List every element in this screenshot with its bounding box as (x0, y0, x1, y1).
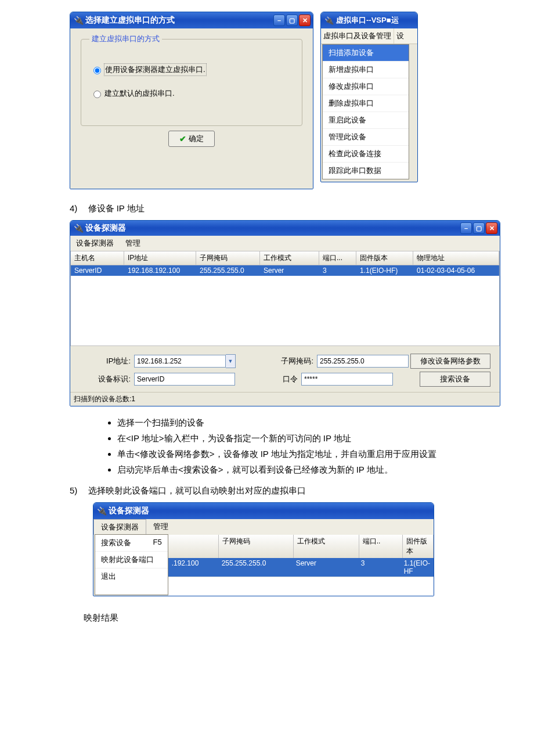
deviceid-input[interactable] (134, 373, 235, 386)
mask-input[interactable] (317, 355, 409, 368)
menu-bar: 虚拟串口及设备管理 设 (321, 28, 417, 44)
dropdown-menu: 搜索设备 F5 映射此设备端口 退出 (95, 534, 168, 595)
radio-use-detector[interactable]: 使用设备探测器建立虚拟串口. (91, 64, 294, 75)
window-title: 设备探测器 (85, 223, 460, 233)
col-ip[interactable]: IP地址 (124, 251, 196, 265)
titlebar[interactable]: 🔌 设备探测器 (93, 503, 434, 519)
cell-mask: 255.255.255.0 (218, 558, 293, 577)
status-bar: 扫描到的设备总数:1 (70, 392, 500, 406)
titlebar[interactable]: 🔌 虚拟串口--VSP■运 (321, 12, 417, 28)
group-label: 建立虚拟串口的方式 (89, 34, 162, 44)
col-mac[interactable]: 物理地址 (413, 251, 499, 265)
menu-item-restart[interactable]: 重启此设备 (323, 112, 409, 129)
col-hostname[interactable]: 主机名 (71, 251, 124, 265)
radio-use-detector-input[interactable] (93, 67, 101, 74)
maximize-button[interactable]: ▢ (473, 222, 485, 234)
minimize-button[interactable]: – (460, 222, 472, 234)
col-ip-partial[interactable] (168, 535, 219, 558)
menu-item-manage[interactable]: 管理此设备 (323, 129, 409, 146)
ok-button-label: 确定 (189, 134, 204, 144)
menu-item-trace[interactable]: 跟踪此串口数据 (323, 163, 409, 179)
cell-firmware: 1.1(EIO-HF (400, 558, 434, 577)
app-icon: 🔌 (324, 16, 334, 25)
modify-network-button[interactable]: 修改设备网络参数 (410, 354, 490, 369)
cell-ip: .192.100 (168, 558, 218, 577)
menu-item-check[interactable]: 检查此设备连接 (323, 146, 409, 163)
menu-manage[interactable]: 管理 (146, 519, 175, 535)
app-icon: 🔌 (74, 224, 83, 233)
step5-index: 5) (70, 485, 77, 495)
col-port[interactable]: 端口.. (359, 535, 403, 558)
label-password: 口令 (269, 374, 298, 384)
dialog-device-detector-small: 🔌 设备探测器 设备探测器 管理 搜索设备 F5 映射此设备端口 退出 (93, 502, 434, 596)
col-mode[interactable]: 工作模式 (260, 251, 319, 265)
menu-main[interactable]: 虚拟串口及设备管理 (321, 28, 394, 44)
dialog-device-detector: 🔌 设备探测器 – ▢ ✕ 设备探测器 管理 主机名 IP地址 子网掩码 工作模… (70, 220, 500, 406)
radio-default-input[interactable] (93, 91, 101, 98)
col-firmware[interactable]: 固件版本 (356, 251, 413, 265)
instruction-list: 选择一个扫描到的设备 在<IP 地址>输入栏中，为设备指定一个新的可访问的 IP… (77, 415, 511, 477)
menu-item-map-port[interactable]: 映射此设备端口 (95, 552, 168, 568)
form-area: IP地址: ▼ 子网掩码: 修改设备网络参数 设备标识: 口令 搜索设备 (70, 346, 500, 392)
menu-item-add[interactable]: 新增虚拟串口 (323, 62, 409, 78)
step5-text: 选择映射此设备端口，就可以自动映射出对应的虚拟串口 (88, 485, 306, 495)
menu-item-delete[interactable]: 删除虚拟串口 (323, 95, 409, 112)
menu-detector[interactable]: 设备探测器 (70, 236, 120, 251)
menu-item-accel: F5 (153, 538, 161, 548)
label-ip: IP地址: (75, 356, 131, 366)
list-item: 单击<修改设备网络参数>，设备修改 IP 地址为指定地址，并自动重启用于应用设置 (117, 446, 511, 462)
col-port[interactable]: 端口... (319, 251, 356, 265)
col-mode[interactable]: 工作模式 (294, 535, 359, 558)
table-header: 子网掩码 工作模式 端口.. 固件版本 (168, 535, 434, 558)
dropdown-menu: 扫描添加设备 新增虚拟串口 修改虚拟串口 删除虚拟串口 重启此设备 管理此设备 … (322, 44, 409, 179)
close-button[interactable]: ✕ (299, 15, 311, 26)
radio-default[interactable]: 建立默认的虚拟串口. (91, 88, 294, 99)
menu-item-search[interactable]: 搜索设备 F5 (95, 535, 168, 552)
menu-manage[interactable]: 管理 (120, 236, 146, 251)
cell-ip: 192.168.192.100 (124, 265, 196, 276)
password-input[interactable] (301, 373, 393, 386)
cell-mode: Server (293, 558, 358, 577)
dialog-vsp-menu: 🔌 虚拟串口--VSP■运 虚拟串口及设备管理 设 扫描添加设备 新增虚拟串口 … (320, 12, 418, 182)
ip-input[interactable] (134, 355, 226, 368)
maximize-button[interactable]: ▢ (286, 15, 298, 26)
search-device-button[interactable]: 搜索设备 (420, 372, 490, 387)
label-mask: 子网掩码: (258, 356, 313, 366)
menu-detector[interactable]: 设备探测器 (93, 519, 146, 535)
col-mask[interactable]: 子网掩码 (219, 535, 294, 558)
menu-bar: 设备探测器 管理 (70, 236, 500, 251)
step4-index: 4) (70, 203, 77, 213)
titlebar[interactable]: 🔌 设备探测器 – ▢ ✕ (70, 221, 500, 236)
ok-button[interactable]: ✔ 确定 (168, 131, 215, 147)
table-blank (168, 577, 434, 596)
menu-right[interactable]: 设 (394, 28, 406, 44)
window-title: 虚拟串口--VSP■运 (336, 15, 415, 26)
menu-item-modify[interactable]: 修改虚拟串口 (323, 78, 409, 95)
step4-text: 修设备 IP 地址 (88, 203, 145, 213)
step5-heading: 5) 选择映射此设备端口，就可以自动映射出对应的虚拟串口 (70, 485, 511, 496)
ip-dropdown-button[interactable]: ▼ (226, 354, 236, 368)
menu-item-label: 搜索设备 (101, 538, 131, 548)
table-row[interactable]: .192.100 255.255.255.0 Server 3 1.1(EIO-… (168, 558, 434, 577)
check-icon: ✔ (179, 134, 186, 143)
minimize-button[interactable]: – (273, 15, 285, 26)
menu-item-exit[interactable]: 退出 (95, 568, 168, 585)
list-item: 启动完毕后单击<搜索设备>，就可以看到设备已经修改为新的 IP 地址。 (117, 462, 511, 477)
cell-port: 3 (319, 265, 356, 276)
menu-item-scan[interactable]: 扫描添加设备 (323, 45, 409, 62)
radio-default-label: 建立默认的虚拟串口. (104, 88, 175, 99)
col-firmware[interactable]: 固件版本 (403, 535, 434, 558)
col-mask[interactable]: 子网掩码 (196, 251, 260, 265)
cell-mask: 255.255.255.0 (196, 265, 260, 276)
list-item: 在<IP 地址>输入栏中，为设备指定一个新的可访问的 IP 地址 (117, 430, 511, 446)
window-title: 设备探测器 (109, 506, 431, 516)
dialog-create-vport: 🔌 选择建立虚拟串口的方式 – ▢ ✕ 建立虚拟串口的方式 使用设备探测器建立虚… (70, 12, 313, 189)
device-table: 主机名 IP地址 子网掩码 工作模式 端口... 固件版本 物理地址 Serve… (70, 251, 500, 346)
titlebar[interactable]: 🔌 选择建立虚拟串口的方式 – ▢ ✕ (70, 12, 313, 28)
close-button[interactable]: ✕ (486, 222, 497, 234)
table-row[interactable]: ServerID 192.168.192.100 255.255.255.0 S… (71, 265, 499, 276)
device-table: 子网掩码 工作模式 端口.. 固件版本 .192.100 255.255.255… (168, 535, 434, 596)
app-icon: 🔌 (74, 16, 83, 25)
cell-firmware: 1.1(EIO-HF) (356, 265, 413, 276)
list-item: 选择一个扫描到的设备 (117, 415, 511, 430)
